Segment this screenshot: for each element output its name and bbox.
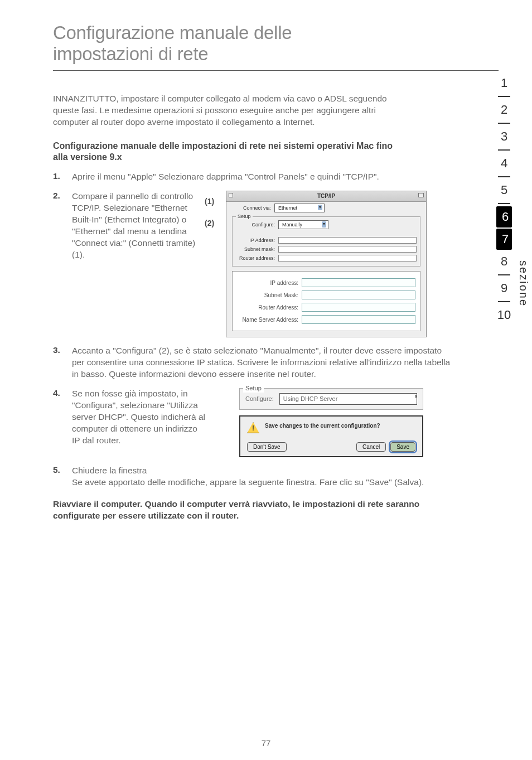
connect-via-select[interactable]: Ethernet [274, 204, 325, 212]
title-line1: Configurazione manuale delle [53, 22, 292, 43]
cancel-button[interactable]: Cancel [356, 442, 386, 452]
step-number: 3. [53, 345, 63, 380]
ip-address-field[interactable] [302, 278, 415, 287]
ip-address-input[interactable] [278, 237, 417, 244]
step-number: 4. [53, 388, 63, 457]
rail-item-active[interactable]: 6 [496, 206, 512, 227]
dhcp-select[interactable]: Using DHCP Server [279, 393, 417, 405]
ip-address-label: IP Address: [236, 237, 275, 244]
configure-label: Configure: [236, 221, 275, 228]
section-heading: Configurazione manuale delle impostazion… [53, 141, 410, 164]
close-box-icon[interactable] [229, 193, 233, 197]
callout-1: (1) [205, 196, 221, 207]
window-widget-icon[interactable] [418, 193, 424, 197]
setup-legend: Setup [236, 213, 253, 220]
dialog-message: Save changes to the current configuratio… [265, 422, 380, 430]
step-text: Aprire il menu "Apple" Selezionare dappr… [72, 171, 454, 183]
page-title: Configurazione manuale delle impostazion… [53, 22, 499, 65]
setup-legend: Setup [243, 384, 264, 393]
rail-item[interactable]: 8 [492, 251, 516, 272]
step-5: 5. Chiudere la finestra Se avete apporta… [53, 465, 454, 488]
rail-item-active[interactable]: 7 [496, 229, 512, 250]
rail-item[interactable]: 9 [492, 278, 516, 299]
final-instruction: Riavviare il computer. Quando il compute… [53, 498, 432, 522]
step-number: 1. [53, 171, 63, 183]
name-server-field[interactable] [302, 315, 415, 324]
rail-item[interactable]: 5 [492, 180, 516, 201]
router-address-input[interactable] [278, 255, 417, 262]
sezione-label: sezione [517, 260, 530, 307]
rail-item[interactable]: 3 [492, 126, 516, 147]
name-server-label: Name Server Address: [237, 316, 298, 324]
tcpip-titlebar: TCP/IP [226, 191, 426, 202]
rail-item[interactable]: 1 [492, 72, 516, 94]
intro-text: INNANZITUTTO, impostare il computer coll… [53, 93, 410, 128]
step-text: Accanto a "Configura" (2), se è stato se… [72, 345, 454, 380]
tcpip-panel: TCP/IP Connect via: Ethernet Setup Confi… [226, 191, 427, 337]
section-rail: 1 2 3 4 5 6 7 8 9 10 [492, 72, 516, 326]
step-number: 5. [53, 465, 63, 488]
step-number: 2. [53, 191, 63, 337]
router-address-label: Router address: [236, 255, 275, 262]
setup-fieldset: Setup Configure: Manually IP Address: Su… [232, 216, 420, 267]
router-address-field[interactable] [302, 303, 415, 312]
page-number: 77 [0, 738, 532, 748]
title-divider [53, 70, 499, 71]
subnet-mask-input[interactable] [278, 246, 417, 253]
step-text: Compare il pannello di controllo TCP/IP.… [72, 191, 200, 261]
title-line2: impostazioni di rete [53, 43, 208, 64]
callout-column: (1) (2) [205, 191, 221, 229]
save-dialog: Save changes to the current configuratio… [239, 415, 423, 457]
step-2: 2. Compare il pannello di controllo TCP/… [53, 191, 454, 337]
address-table: IP address: Subnet Mask: Router Address:… [232, 271, 420, 331]
dont-save-button[interactable]: Don't Save [247, 442, 287, 452]
rail-item[interactable]: 4 [492, 153, 516, 174]
step-text-a: Chiudere la finestra [72, 466, 147, 475]
save-button[interactable]: Save [390, 442, 415, 452]
rail-item[interactable]: 10 [492, 304, 516, 326]
configure-select[interactable]: Manually [278, 220, 328, 229]
step-3: 3. Accanto a "Configura" (2), se è stato… [53, 345, 454, 380]
tcpip-title-text: TCP/IP [317, 193, 335, 199]
step-text: Se non fosse già impostato, in "Configur… [72, 388, 206, 447]
subnet-mask-field[interactable] [302, 291, 415, 299]
setup-fieldset: Setup Configure: Using DHCP Server [239, 388, 423, 410]
warning-icon [247, 422, 259, 433]
router-address-label: Router Address: [237, 304, 298, 312]
step-1: 1. Aprire il menu "Apple" Selezionare da… [53, 171, 454, 183]
callout-2: (2) [205, 218, 221, 229]
ip-address-label: IP address: [237, 279, 298, 287]
step-text-b: Se avete apportato delle modifiche, appa… [72, 477, 424, 487]
step-4: 4. Se non fosse già impostato, in "Confi… [53, 388, 454, 457]
setup-figure: Setup Configure: Using DHCP Server Save … [239, 388, 423, 457]
configure-label: Configure: [245, 395, 274, 403]
rail-item[interactable]: 2 [492, 99, 516, 120]
subnet-mask-label: Subnet mask: [236, 246, 275, 253]
subnet-mask-label: Subnet Mask: [237, 292, 298, 299]
connect-via-label: Connect via: [232, 205, 271, 211]
